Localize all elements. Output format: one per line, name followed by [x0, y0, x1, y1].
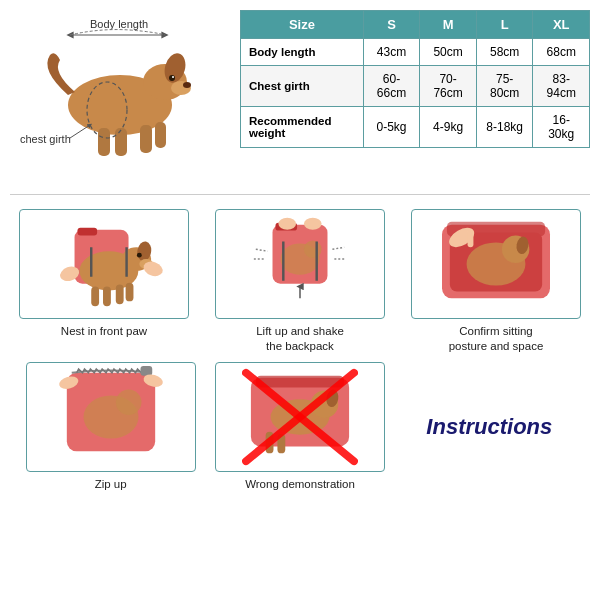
size-table: Size S M L XL Body length 43cm 50cm 58cm…: [240, 10, 590, 148]
cell-s: 43cm: [363, 39, 420, 66]
svg-point-8: [172, 76, 174, 78]
cell-xl: 16-30kg: [533, 107, 590, 148]
section-divider: [10, 194, 590, 195]
instruction-box-2: [215, 209, 385, 319]
instruction-label-3: Confirm sitting posture and space: [449, 324, 544, 354]
svg-text:chest girth: chest girth: [20, 133, 71, 145]
size-table-container: Size S M L XL Body length 43cm 50cm 58cm…: [240, 10, 590, 148]
svg-text:Body length: Body length: [90, 18, 148, 30]
svg-point-6: [183, 82, 191, 88]
cell-m: 4-9kg: [420, 107, 477, 148]
instructions-title: Instructions: [426, 414, 552, 440]
table-row: Body length 43cm 50cm 58cm 68cm: [241, 39, 590, 66]
top-section: Body length: [0, 0, 600, 188]
svg-rect-17: [77, 228, 97, 236]
svg-rect-9: [98, 128, 110, 156]
instruction-box-5: [215, 362, 385, 472]
svg-point-55: [116, 389, 142, 415]
instruction-label-5: Wrong demonstration: [245, 477, 355, 492]
instruction-label-2: Lift up and shake the backpack: [256, 324, 344, 354]
cell-l: 8-18kg: [476, 107, 533, 148]
table-row: Chest girth 60-66cm 70-76cm 75-80cm 83-9…: [241, 66, 590, 107]
instruction-label-1: Nest in front paw: [61, 324, 147, 339]
svg-rect-23: [91, 287, 99, 307]
cell-s: 0-5kg: [363, 107, 420, 148]
instructions-section: Nest in front paw: [0, 201, 600, 502]
col-l: L: [476, 11, 533, 39]
row-label: Chest girth: [241, 66, 364, 107]
svg-rect-25: [116, 285, 124, 305]
row-label: Body length: [241, 39, 364, 66]
instruction-item-3: Confirm sitting posture and space: [402, 209, 590, 354]
instruction-item-1: Nest in front paw: [10, 209, 198, 354]
cell-l: 58cm: [476, 39, 533, 66]
dog-diagram: Body length: [10, 10, 230, 183]
svg-point-7: [169, 75, 175, 81]
svg-point-42: [304, 218, 322, 230]
col-xl: XL: [533, 11, 590, 39]
cell-s: 60-66cm: [363, 66, 420, 107]
instruction-box-1: [19, 209, 189, 319]
col-s: S: [363, 11, 420, 39]
cell-l: 75-80cm: [476, 66, 533, 107]
instruction-item-5: Wrong demonstration: [209, 362, 390, 492]
cell-m: 50cm: [420, 39, 477, 66]
svg-line-35: [332, 247, 344, 249]
instructions-bottom-row: Zip up: [10, 362, 590, 497]
svg-rect-24: [103, 287, 111, 307]
svg-point-41: [278, 218, 296, 230]
col-m: M: [420, 11, 477, 39]
svg-rect-26: [126, 283, 134, 302]
svg-line-14: [70, 125, 90, 138]
svg-rect-59: [256, 376, 344, 388]
col-size: Size: [241, 11, 364, 39]
row-label: Recommended weight: [241, 107, 364, 148]
instruction-box-4: [26, 362, 196, 472]
svg-rect-53: [140, 366, 152, 376]
svg-point-38: [304, 240, 322, 258]
instruction-item-2: Lift up and shake the backpack: [206, 209, 394, 354]
cell-xl: 68cm: [533, 39, 590, 66]
instruction-label-4: Zip up: [95, 477, 127, 492]
instruction-item-4: Zip up: [20, 362, 201, 492]
svg-point-22: [137, 253, 142, 258]
cell-m: 70-76cm: [420, 66, 477, 107]
svg-rect-11: [140, 125, 152, 153]
svg-line-33: [256, 249, 268, 251]
svg-rect-10: [115, 128, 127, 156]
instruction-box-3: [411, 209, 581, 319]
instructions-top-grid: Nest in front paw: [10, 209, 590, 354]
instructions-title-container: Instructions: [399, 362, 580, 492]
svg-rect-12: [155, 122, 166, 148]
cell-xl: 83-94cm: [533, 66, 590, 107]
table-row: Recommended weight 0-5kg 4-9kg 8-18kg 16…: [241, 107, 590, 148]
svg-rect-51: [468, 230, 474, 248]
